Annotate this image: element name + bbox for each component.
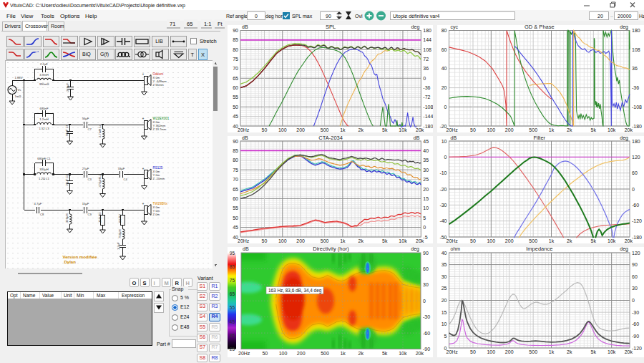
svg-text:-120: -120: [632, 346, 642, 351]
svg-text:65: 65: [233, 76, 238, 81]
svg-text:Filter: Filter: [533, 136, 545, 141]
svg-text:15: 15: [441, 310, 447, 315]
svg-text:Dylan: Dylan: [64, 260, 76, 264]
svg-text:1.52 L3: 1.52 L3: [39, 127, 49, 130]
svg-text:35: 35: [230, 333, 235, 338]
svg-text:-90: -90: [423, 347, 430, 352]
svg-text:80: 80: [233, 47, 238, 52]
svg-text:1.88V: 1.88V: [14, 76, 22, 79]
svg-text:90: 90: [632, 262, 638, 267]
svg-text:SPL: SPL: [326, 25, 336, 30]
svg-text:-36: -36: [632, 85, 639, 90]
svg-text:40: 40: [233, 235, 238, 240]
svg-text:Vs: Vs: [17, 88, 21, 92]
svg-text:C4: C4: [123, 178, 127, 181]
svg-text:0: 0: [444, 105, 447, 110]
svg-text:15Ω R1: 15Ω R1: [97, 212, 101, 223]
svg-text:2k: 2k: [567, 238, 572, 243]
svg-text:0: 0: [423, 299, 426, 304]
svg-text:500: 500: [321, 351, 329, 356]
svg-text:-10: -10: [439, 170, 447, 175]
svg-text:2k: 2k: [358, 127, 364, 132]
svg-text:Version modifiée: Version modifiée: [62, 255, 97, 259]
svg-text:-60: -60: [632, 321, 639, 326]
svg-text:-108: -108: [632, 105, 642, 110]
svg-text:-60: -60: [423, 331, 430, 336]
svg-text:Directivity (hor): Directivity (hor): [313, 247, 349, 252]
svg-text:500: 500: [321, 238, 329, 243]
svg-text:0: 0: [423, 225, 426, 230]
svg-text:-36: -36: [423, 85, 430, 90]
svg-text:20Hz: 20Hz: [238, 127, 250, 132]
svg-text:dB: dB: [242, 136, 248, 140]
svg-text:90: 90: [233, 28, 238, 33]
svg-text:40: 40: [233, 124, 238, 129]
svg-text:20: 20: [441, 298, 447, 303]
svg-text:20Hz: 20Hz: [447, 238, 459, 243]
svg-text:1k: 1k: [340, 351, 346, 356]
svg-text:20: 20: [423, 187, 429, 192]
svg-text:1.2mH: 1.2mH: [39, 117, 48, 121]
svg-text:680nF: 680nF: [39, 107, 48, 110]
svg-text:180: 180: [423, 28, 431, 33]
svg-text:55: 55: [233, 205, 238, 210]
svg-text:50: 50: [262, 127, 268, 132]
svg-text:50: 50: [470, 127, 476, 132]
svg-text:1mΩ: 1mΩ: [14, 95, 21, 98]
svg-text:200: 200: [505, 349, 514, 354]
svg-text:GD & Phase: GD & Phase: [525, 25, 555, 30]
svg-text:50: 50: [233, 216, 238, 221]
svg-text:90: 90: [423, 251, 429, 256]
svg-text:75: 75: [233, 57, 238, 62]
svg-text:-108: -108: [423, 105, 433, 110]
svg-text:Impedance: Impedance: [526, 247, 552, 252]
svg-text:-90: -90: [632, 334, 639, 339]
svg-text:1k: 1k: [549, 349, 555, 354]
svg-text:50: 50: [262, 351, 268, 356]
svg-text:56µF: 56µF: [82, 117, 89, 120]
svg-text:25: 25: [441, 286, 447, 291]
svg-text:390mΩ: 390mΩ: [39, 82, 49, 86]
svg-text:deg: deg: [411, 247, 419, 252]
svg-text:20: 20: [441, 85, 447, 90]
svg-text:200: 200: [505, 238, 514, 243]
svg-text:60: 60: [233, 85, 238, 90]
svg-text:2k: 2k: [358, 351, 364, 356]
svg-text:30: 30: [423, 282, 429, 287]
svg-text:270µF: 270µF: [65, 83, 69, 92]
svg-text:36: 36: [423, 66, 429, 71]
svg-text:50: 50: [262, 238, 268, 243]
svg-text:+: +: [142, 166, 144, 170]
svg-text:33µF: 33µF: [117, 167, 125, 170]
svg-text:+: +: [142, 201, 144, 205]
svg-text:-180: -180: [632, 124, 642, 129]
svg-text:deg: deg: [620, 247, 628, 252]
svg-text:108: 108: [423, 47, 431, 52]
svg-text:5: 5: [444, 334, 447, 339]
svg-text:-72: -72: [423, 95, 430, 100]
svg-text:72: 72: [423, 57, 429, 62]
svg-text:30: 30: [632, 286, 638, 291]
svg-text:120: 120: [632, 155, 640, 160]
svg-text:65: 65: [233, 187, 238, 192]
svg-text:120: 120: [632, 251, 640, 256]
svg-text:2k: 2k: [358, 238, 364, 243]
svg-text:70: 70: [233, 177, 238, 182]
svg-text:30: 30: [423, 168, 429, 173]
svg-text:cyc: cyc: [451, 25, 459, 30]
svg-text:60: 60: [423, 266, 429, 271]
svg-text:163 Hz, 83,6 dB, 34,4 deg: 163 Hz, 83,6 dB, 34,4 deg: [268, 288, 322, 294]
svg-text:+: +: [142, 116, 144, 120]
svg-text:1k: 1k: [340, 238, 346, 243]
svg-text:27µF: 27µF: [82, 167, 89, 170]
svg-text:25: 25: [230, 347, 235, 352]
svg-text:60: 60: [441, 47, 447, 52]
svg-text:dB: dB: [242, 25, 248, 29]
svg-text:100: 100: [279, 351, 288, 356]
svg-text:20Hz: 20Hz: [447, 127, 459, 132]
svg-text:390µH: 390µH: [64, 214, 68, 223]
svg-text:C7: C7: [87, 127, 92, 131]
svg-text:20Hz: 20Hz: [447, 349, 459, 354]
svg-text:200: 200: [296, 127, 305, 132]
svg-text:4.7mH L4: 4.7mH L4: [97, 124, 101, 137]
